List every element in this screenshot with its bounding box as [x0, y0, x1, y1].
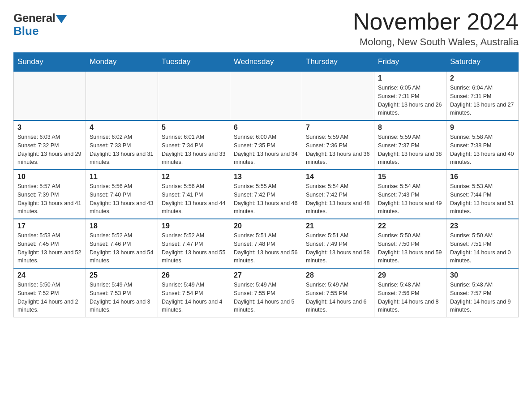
calendar-cell: 25Sunrise: 5:49 AM Sunset: 7:53 PM Dayli…	[86, 268, 158, 317]
calendar-header: SundayMondayTuesdayWednesdayThursdayFrid…	[14, 53, 519, 72]
calendar-cell	[158, 71, 230, 120]
calendar-cell: 20Sunrise: 5:51 AM Sunset: 7:48 PM Dayli…	[230, 219, 302, 268]
calendar-cell: 12Sunrise: 5:56 AM Sunset: 7:41 PM Dayli…	[158, 170, 230, 219]
day-info: Sunrise: 5:54 AM Sunset: 7:43 PM Dayligh…	[378, 182, 442, 216]
calendar-cell: 10Sunrise: 5:57 AM Sunset: 7:39 PM Dayli…	[14, 170, 86, 219]
day-number: 15	[378, 173, 442, 181]
day-info: Sunrise: 6:02 AM Sunset: 7:33 PM Dayligh…	[90, 133, 154, 167]
week-row-1: 1Sunrise: 6:05 AM Sunset: 7:31 PM Daylig…	[14, 71, 519, 120]
calendar-cell: 8Sunrise: 5:59 AM Sunset: 7:37 PM Daylig…	[374, 120, 446, 170]
day-info: Sunrise: 5:52 AM Sunset: 7:46 PM Dayligh…	[90, 231, 154, 265]
day-number: 21	[306, 222, 370, 230]
day-info: Sunrise: 5:53 AM Sunset: 7:45 PM Dayligh…	[17, 231, 82, 265]
day-number: 11	[90, 173, 154, 181]
day-number: 17	[17, 222, 82, 230]
day-number: 24	[17, 271, 82, 279]
day-info: Sunrise: 5:51 AM Sunset: 7:48 PM Dayligh…	[234, 231, 298, 265]
day-number: 1	[378, 74, 442, 82]
day-info: Sunrise: 6:01 AM Sunset: 7:34 PM Dayligh…	[162, 133, 226, 167]
calendar-cell: 9Sunrise: 5:58 AM Sunset: 7:38 PM Daylig…	[446, 120, 519, 170]
weekday-row: SundayMondayTuesdayWednesdayThursdayFrid…	[14, 53, 519, 72]
calendar-cell: 4Sunrise: 6:02 AM Sunset: 7:33 PM Daylig…	[86, 120, 158, 170]
day-info: Sunrise: 5:59 AM Sunset: 7:36 PM Dayligh…	[306, 133, 370, 167]
day-info: Sunrise: 5:48 AM Sunset: 7:56 PM Dayligh…	[378, 281, 442, 314]
day-info: Sunrise: 5:49 AM Sunset: 7:53 PM Dayligh…	[90, 281, 154, 314]
day-info: Sunrise: 5:55 AM Sunset: 7:42 PM Dayligh…	[234, 182, 298, 216]
weekday-header-saturday: Saturday	[446, 53, 519, 72]
logo-blue-text: Blue	[13, 24, 39, 38]
weekday-header-wednesday: Wednesday	[230, 53, 302, 72]
day-info: Sunrise: 5:52 AM Sunset: 7:47 PM Dayligh…	[162, 231, 226, 265]
day-info: Sunrise: 6:00 AM Sunset: 7:35 PM Dayligh…	[234, 133, 298, 167]
day-info: Sunrise: 5:57 AM Sunset: 7:39 PM Dayligh…	[17, 182, 82, 216]
day-info: Sunrise: 5:59 AM Sunset: 7:37 PM Dayligh…	[378, 133, 442, 167]
calendar-cell: 19Sunrise: 5:52 AM Sunset: 7:47 PM Dayli…	[158, 219, 230, 268]
page-header: General Blue November 2024 Molong, New S…	[13, 9, 519, 48]
logo: General Blue	[13, 9, 67, 38]
calendar-body: 1Sunrise: 6:05 AM Sunset: 7:31 PM Daylig…	[14, 71, 519, 317]
calendar-cell: 26Sunrise: 5:49 AM Sunset: 7:54 PM Dayli…	[158, 268, 230, 317]
week-row-4: 17Sunrise: 5:53 AM Sunset: 7:45 PM Dayli…	[14, 219, 519, 268]
day-info: Sunrise: 5:50 AM Sunset: 7:52 PM Dayligh…	[17, 281, 82, 314]
day-number: 13	[234, 173, 298, 181]
day-number: 7	[306, 124, 370, 132]
day-number: 6	[234, 124, 298, 132]
month-title: November 2024	[353, 9, 519, 34]
weekday-header-monday: Monday	[86, 53, 158, 72]
calendar-cell: 28Sunrise: 5:49 AM Sunset: 7:55 PM Dayli…	[302, 268, 374, 317]
calendar-cell: 15Sunrise: 5:54 AM Sunset: 7:43 PM Dayli…	[374, 170, 446, 219]
day-number: 26	[162, 271, 226, 279]
day-info: Sunrise: 5:49 AM Sunset: 7:55 PM Dayligh…	[306, 281, 370, 314]
day-info: Sunrise: 5:49 AM Sunset: 7:55 PM Dayligh…	[234, 281, 298, 314]
day-number: 29	[378, 271, 442, 279]
logo-triangle-icon	[56, 15, 67, 23]
calendar-cell: 29Sunrise: 5:48 AM Sunset: 7:56 PM Dayli…	[374, 268, 446, 317]
day-number: 28	[306, 271, 370, 279]
day-number: 3	[17, 124, 82, 132]
day-number: 18	[90, 222, 154, 230]
weekday-header-thursday: Thursday	[302, 53, 374, 72]
day-number: 16	[450, 173, 515, 181]
calendar-cell: 23Sunrise: 5:50 AM Sunset: 7:51 PM Dayli…	[446, 219, 519, 268]
calendar-cell: 3Sunrise: 6:03 AM Sunset: 7:32 PM Daylig…	[14, 120, 86, 170]
calendar-cell: 18Sunrise: 5:52 AM Sunset: 7:46 PM Dayli…	[86, 219, 158, 268]
logo-general-text: General	[13, 11, 55, 25]
day-number: 14	[306, 173, 370, 181]
calendar-cell: 7Sunrise: 5:59 AM Sunset: 7:36 PM Daylig…	[302, 120, 374, 170]
day-info: Sunrise: 6:03 AM Sunset: 7:32 PM Dayligh…	[17, 133, 82, 167]
day-info: Sunrise: 5:50 AM Sunset: 7:51 PM Dayligh…	[450, 231, 515, 265]
day-info: Sunrise: 5:50 AM Sunset: 7:50 PM Dayligh…	[378, 231, 442, 265]
weekday-header-tuesday: Tuesday	[158, 53, 230, 72]
calendar-cell: 1Sunrise: 6:05 AM Sunset: 7:31 PM Daylig…	[374, 71, 446, 120]
calendar-cell: 27Sunrise: 5:49 AM Sunset: 7:55 PM Dayli…	[230, 268, 302, 317]
calendar-cell: 16Sunrise: 5:53 AM Sunset: 7:44 PM Dayli…	[446, 170, 519, 219]
week-row-5: 24Sunrise: 5:50 AM Sunset: 7:52 PM Dayli…	[14, 268, 519, 317]
day-number: 10	[17, 173, 82, 181]
calendar-cell: 22Sunrise: 5:50 AM Sunset: 7:50 PM Dayli…	[374, 219, 446, 268]
day-number: 22	[378, 222, 442, 230]
calendar-cell	[14, 71, 86, 120]
day-info: Sunrise: 5:53 AM Sunset: 7:44 PM Dayligh…	[450, 182, 515, 216]
calendar-cell	[302, 71, 374, 120]
calendar-table: SundayMondayTuesdayWednesdayThursdayFrid…	[13, 52, 519, 317]
day-number: 8	[378, 124, 442, 132]
day-info: Sunrise: 5:54 AM Sunset: 7:42 PM Dayligh…	[306, 182, 370, 216]
week-row-2: 3Sunrise: 6:03 AM Sunset: 7:32 PM Daylig…	[14, 120, 519, 170]
day-info: Sunrise: 5:49 AM Sunset: 7:54 PM Dayligh…	[162, 281, 226, 314]
day-info: Sunrise: 6:05 AM Sunset: 7:31 PM Dayligh…	[378, 84, 442, 117]
day-info: Sunrise: 6:04 AM Sunset: 7:31 PM Dayligh…	[450, 84, 515, 117]
calendar-cell: 6Sunrise: 6:00 AM Sunset: 7:35 PM Daylig…	[230, 120, 302, 170]
day-number: 19	[162, 222, 226, 230]
day-number: 20	[234, 222, 298, 230]
day-number: 2	[450, 74, 515, 82]
calendar-cell: 21Sunrise: 5:51 AM Sunset: 7:49 PM Dayli…	[302, 219, 374, 268]
calendar-cell: 17Sunrise: 5:53 AM Sunset: 7:45 PM Dayli…	[14, 219, 86, 268]
day-info: Sunrise: 5:56 AM Sunset: 7:41 PM Dayligh…	[162, 182, 226, 216]
day-number: 9	[450, 124, 515, 132]
day-number: 30	[450, 271, 515, 279]
calendar-cell: 2Sunrise: 6:04 AM Sunset: 7:31 PM Daylig…	[446, 71, 519, 120]
day-number: 27	[234, 271, 298, 279]
calendar-cell: 14Sunrise: 5:54 AM Sunset: 7:42 PM Dayli…	[302, 170, 374, 219]
calendar-cell: 24Sunrise: 5:50 AM Sunset: 7:52 PM Dayli…	[14, 268, 86, 317]
location-subtitle: Molong, New South Wales, Australia	[353, 36, 519, 48]
